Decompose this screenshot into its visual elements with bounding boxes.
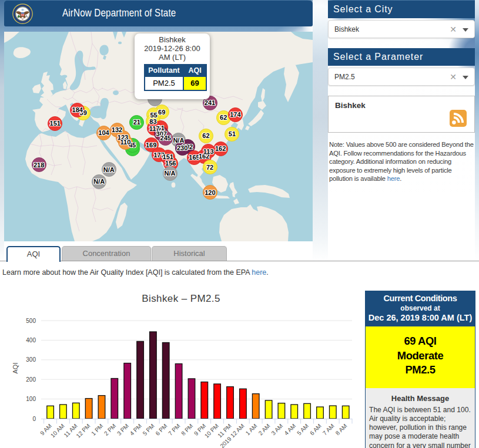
svg-text:200: 200 [26, 376, 36, 383]
svg-text:4 AM: 4 AM [283, 423, 297, 437]
svg-text:3 AM: 3 AM [270, 423, 284, 437]
svg-text:2 AM: 2 AM [257, 423, 272, 437]
svg-text:AQI: AQI [12, 363, 19, 374]
svg-text:1 PM: 1 PM [90, 423, 104, 437]
svg-text:4 PM: 4 PM [129, 423, 143, 437]
svg-text:2 PM: 2 PM [103, 423, 117, 437]
svg-text:8 PM: 8 PM [180, 423, 194, 437]
svg-text:Bishkek – PM2.5: Bishkek – PM2.5 [142, 293, 220, 304]
svg-text:0: 0 [32, 416, 36, 422]
svg-text:6 PM: 6 PM [154, 423, 168, 437]
svg-text:10 PM: 10 PM [203, 423, 220, 439]
svg-text:8 AM: 8 AM [334, 423, 349, 437]
svg-text:3 PM: 3 PM [116, 423, 130, 437]
svg-text:10 AM: 10 AM [49, 423, 66, 439]
svg-text:5 PM: 5 PM [142, 423, 156, 437]
svg-text:7 AM: 7 AM [321, 423, 336, 437]
svg-text:5 AM: 5 AM [296, 423, 310, 437]
svg-text:6 AM: 6 AM [309, 423, 323, 437]
svg-text:12 PM: 12 PM [75, 423, 91, 439]
svg-text:1 AM: 1 AM [244, 423, 259, 437]
svg-text:7 PM: 7 PM [167, 423, 181, 437]
svg-text:400: 400 [26, 337, 36, 343]
svg-text:300: 300 [26, 356, 36, 363]
svg-text:100: 100 [26, 396, 36, 402]
svg-text:500: 500 [26, 318, 36, 324]
